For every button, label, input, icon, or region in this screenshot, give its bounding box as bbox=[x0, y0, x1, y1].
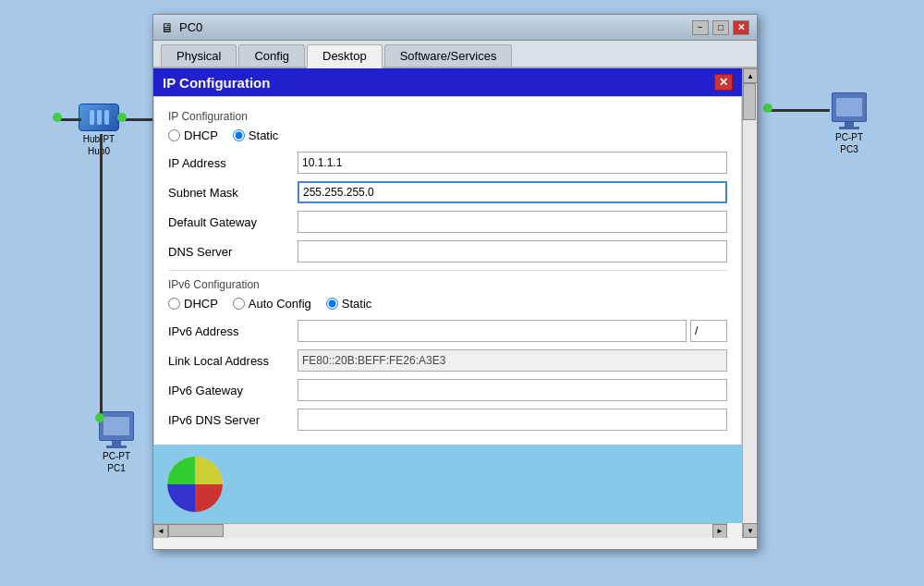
bottom-area bbox=[153, 445, 742, 523]
tab-software[interactable]: Software/Services bbox=[384, 44, 513, 67]
ip-address-label: IP Address bbox=[168, 156, 298, 170]
dot-hub-right bbox=[117, 113, 127, 122]
window-controls: − □ ✕ bbox=[692, 20, 749, 35]
ipv6-address-input[interactable] bbox=[298, 320, 687, 342]
link-local-address-row: Link Local Address bbox=[168, 349, 727, 372]
pc3-device[interactable]: PC-PT PC3 bbox=[832, 92, 867, 155]
ipv6-dhcp-radio[interactable] bbox=[168, 298, 180, 310]
h-scroll-track bbox=[168, 524, 712, 538]
dot-hub-left bbox=[53, 113, 62, 122]
ip-address-input[interactable] bbox=[298, 152, 727, 174]
hub-label1: Hub-PT bbox=[83, 133, 115, 145]
pc1-label2: PC1 bbox=[103, 462, 130, 474]
ipv6-static-radio[interactable] bbox=[326, 298, 338, 310]
panel-close-icon: ✕ bbox=[719, 76, 728, 89]
pc3-label1: PC-PT bbox=[835, 131, 863, 143]
default-gateway-input[interactable] bbox=[298, 211, 727, 233]
dhcp-radio-item[interactable]: DHCP bbox=[168, 128, 218, 142]
scroll-down-button[interactable]: ▼ bbox=[743, 523, 758, 538]
link-local-label: Link Local Address bbox=[168, 354, 298, 368]
default-gateway-label: Default Gateway bbox=[168, 215, 298, 229]
ipv6-address-label: IPv6 Address bbox=[168, 324, 298, 338]
main-content-area: IP Configuration ✕ IP Configuration DHCP bbox=[153, 68, 742, 538]
scroll-left-button[interactable]: ◄ bbox=[153, 524, 168, 539]
tab-physical[interactable]: Physical bbox=[161, 44, 237, 67]
window-title: PC0 bbox=[179, 20, 202, 34]
dhcp-radio[interactable] bbox=[168, 129, 180, 141]
ipv6-dhcp-label: DHCP bbox=[184, 297, 218, 311]
v-scroll-track bbox=[743, 83, 757, 523]
panel-close-button[interactable]: ✕ bbox=[714, 74, 733, 91]
ipv6-auto-radio-item[interactable]: Auto Config bbox=[233, 297, 311, 311]
ipv6-dns-label: IPv6 DNS Server bbox=[168, 413, 298, 427]
tab-config[interactable]: Config bbox=[238, 44, 305, 67]
cable-hub-pc1 bbox=[100, 134, 103, 416]
link-local-input[interactable] bbox=[298, 349, 727, 372]
ipv6-dhcp-radio-item[interactable]: DHCP bbox=[168, 297, 218, 311]
ip-address-row: IP Address bbox=[168, 152, 727, 174]
hub-device[interactable]: Hub-PT Hub0 bbox=[79, 104, 119, 157]
panel-body: IP Configuration DHCP Static IP Address bbox=[153, 96, 742, 448]
ipv6-prefix-input[interactable] bbox=[690, 320, 727, 342]
maximize-button[interactable]: □ bbox=[712, 20, 729, 35]
ipv6-dns-input[interactable] bbox=[298, 409, 727, 431]
vertical-scrollbar[interactable]: ▲ ▼ bbox=[742, 68, 757, 538]
panel-title: IP Configuration bbox=[163, 75, 270, 91]
scroll-up-button[interactable]: ▲ bbox=[743, 68, 758, 83]
ipv6-radio-group: DHCP Auto Config Static bbox=[168, 297, 727, 311]
tab-bar: Physical Config Desktop Software/Service… bbox=[153, 41, 757, 68]
minimize-button[interactable]: − bbox=[692, 20, 709, 35]
ipv6-section-label: IPv6 Configuration bbox=[168, 278, 727, 291]
close-button[interactable]: ✕ bbox=[733, 20, 749, 35]
dot-pc3-left bbox=[763, 104, 772, 113]
ipv6-static-label: Static bbox=[342, 297, 372, 311]
ipv6-gateway-label: IPv6 Gateway bbox=[168, 384, 298, 397]
window-icon: 🖥 bbox=[161, 20, 174, 35]
subnet-mask-row: Subnet Mask bbox=[168, 181, 727, 203]
pc3-label2: PC3 bbox=[835, 143, 863, 155]
ipv6-address-row: IPv6 Address bbox=[168, 320, 727, 342]
subnet-mask-label: Subnet Mask bbox=[168, 186, 298, 200]
window-content: IP Configuration ✕ IP Configuration DHCP bbox=[153, 68, 757, 538]
subnet-mask-input[interactable] bbox=[298, 181, 727, 203]
panel-header: IP Configuration ✕ bbox=[153, 68, 742, 96]
ipv6-gateway-row: IPv6 Gateway bbox=[168, 379, 727, 401]
section-divider bbox=[168, 270, 727, 271]
dhcp-label: DHCP bbox=[184, 128, 218, 142]
default-gateway-row: Default Gateway bbox=[168, 211, 727, 233]
ipv6-static-radio-item[interactable]: Static bbox=[326, 297, 372, 311]
h-scroll-thumb[interactable] bbox=[168, 524, 224, 537]
dns-server-input[interactable] bbox=[298, 240, 727, 262]
cable-pc3-left bbox=[767, 109, 830, 112]
horizontal-scrollbar[interactable]: ◄ ► bbox=[153, 523, 727, 538]
v-scroll-thumb[interactable] bbox=[743, 83, 756, 120]
pie-chart bbox=[163, 452, 227, 517]
ipv4-section-label: IP Configuration bbox=[168, 110, 727, 123]
pc1-label1: PC-PT bbox=[103, 450, 130, 462]
dns-server-label: DNS Server bbox=[168, 245, 298, 259]
ipv6-auto-label: Auto Config bbox=[249, 297, 311, 311]
scroll-right-button[interactable]: ► bbox=[712, 524, 727, 539]
hub-label2: Hub0 bbox=[83, 145, 115, 157]
static-radio[interactable] bbox=[233, 129, 245, 141]
static-label: Static bbox=[249, 128, 279, 142]
ipv6-dns-row: IPv6 DNS Server bbox=[168, 409, 727, 431]
title-bar: 🖥 PC0 − □ ✕ bbox=[153, 15, 757, 41]
dot-pc1-top bbox=[95, 413, 104, 422]
ipv6-auto-radio[interactable] bbox=[233, 298, 245, 310]
pc1-device[interactable]: PC-PT PC1 bbox=[99, 411, 134, 474]
ipv4-radio-group: DHCP Static bbox=[168, 128, 727, 142]
tab-desktop[interactable]: Desktop bbox=[307, 44, 383, 68]
static-radio-item[interactable]: Static bbox=[233, 128, 279, 142]
main-window: 🖥 PC0 − □ ✕ Physical Config Desktop Soft… bbox=[152, 14, 758, 550]
dns-server-row: DNS Server bbox=[168, 240, 727, 262]
ipv6-gateway-input[interactable] bbox=[298, 379, 727, 401]
title-bar-left: 🖥 PC0 bbox=[161, 20, 202, 35]
